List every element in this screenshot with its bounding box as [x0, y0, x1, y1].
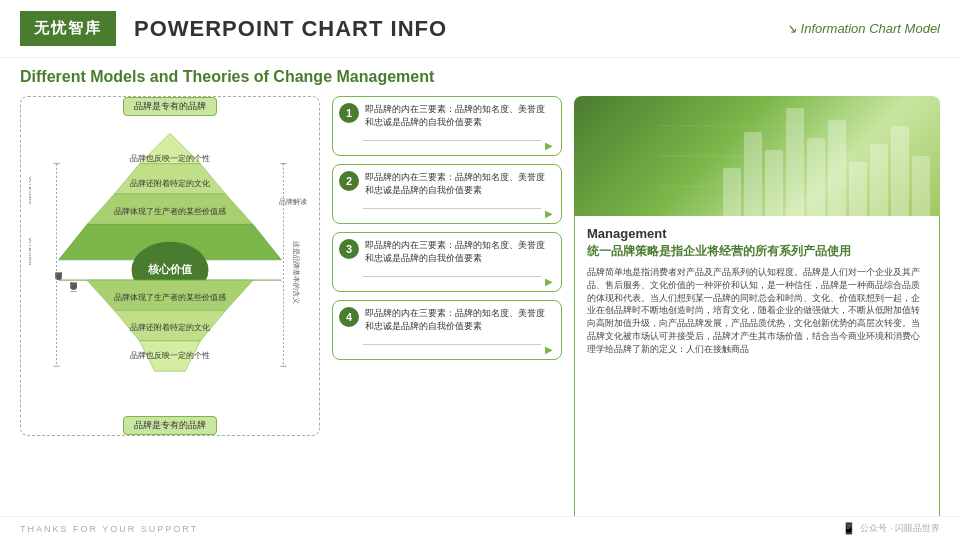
svg-text:品牌还附着特定的文化: 品牌还附着特定的文化 — [130, 323, 210, 332]
footer-right-text: 公众号 · 闪眼品世界 — [860, 522, 940, 535]
right-title-en: Management — [587, 226, 927, 241]
card-arrow-1: ▶ — [545, 140, 553, 151]
card-text-2: 即品牌的内在三要素：品牌的知名度、美誉度和忠诚是品牌的自我价值要素 — [365, 171, 553, 196]
right-body-text: 品牌简单地是指消费者对产品及产品系列的认知程度。品牌是人们对一个企业及其产品、售… — [587, 266, 927, 355]
left-chart: 品牌是专有的品牌 品牌解读 品牌解读 — [20, 96, 320, 476]
card-number-1: 1 — [339, 103, 359, 123]
svg-text:品牌也反映一定的个性: 品牌也反映一定的个性 — [130, 154, 210, 163]
right-section: Management 统一品牌策略是指企业将经营的所有系列产品使用 品牌简单地是… — [574, 96, 940, 536]
card-text-3: 即品牌的内在三要素：品牌的知名度、美誉度和忠诚是品牌的自我价值要素 — [365, 239, 553, 264]
info-card-3: 3 即品牌的内在三要素：品牌的知名度、美誉度和忠诚是品牌的自我价值要素 ▶ — [332, 232, 562, 292]
svg-text:品牌也代表一定的文化: 品牌也代表一定的文化 — [70, 282, 78, 292]
card-line-4 — [363, 344, 541, 345]
card-text-1: 即品牌的内在三要素：品牌的知名度、美誉度和忠诚是品牌的自我价值要素 — [365, 103, 553, 128]
main-content: Different Models and Theories of Change … — [0, 58, 960, 540]
svg-text:核心价值: 核心价值 — [147, 263, 193, 275]
svg-text:这是品牌基本的含义: 这是品牌基本的含义 — [56, 271, 63, 280]
svg-text:品牌也反映一定的个性: 品牌也反映一定的个性 — [130, 351, 210, 360]
section-title: Different Models and Theories of Change … — [20, 68, 940, 86]
footer-right: 📱 公众号 · 闪眼品世界 — [842, 522, 940, 535]
right-image-box — [574, 96, 940, 216]
bottom-label: 品牌是专有的品牌 — [123, 416, 217, 435]
header: 无忧智库 POWERPOINT CHART INFO Information C… — [0, 0, 960, 58]
svg-text:品牌体现了生产者的某些价值感: 品牌体现了生产者的某些价值感 — [114, 293, 226, 302]
right-content-box: Management 统一品牌策略是指企业将经营的所有系列产品使用 品牌简单地是… — [574, 216, 940, 536]
svg-text:品牌解读: 品牌解读 — [29, 176, 32, 204]
card-text-4: 即品牌的内在三要素：品牌的知名度、美誉度和忠诚是品牌的自我价值要素 — [365, 307, 553, 332]
top-label: 品牌是专有的品牌 — [123, 97, 217, 116]
right-title-cn: 统一品牌策略是指企业将经营的所有系列产品使用 — [587, 243, 927, 260]
svg-text:品牌还附着特定的文化: 品牌还附着特定的文化 — [130, 179, 210, 188]
svg-text:品牌体现了生产者的某些价值感: 品牌体现了生产者的某些价值感 — [114, 207, 226, 216]
card-number-2: 2 — [339, 171, 359, 191]
content-area: 品牌是专有的品牌 品牌解读 品牌解读 — [20, 96, 940, 536]
footer: THANKS FOR YOUR SUPPORT 📱 公众号 · 闪眼品世界 — [0, 516, 960, 540]
card-line-1 — [363, 140, 541, 141]
card-arrow-4: ▶ — [545, 344, 553, 355]
card-arrow-3: ▶ — [545, 276, 553, 287]
card-arrow-2: ▶ — [545, 208, 553, 219]
wechat-icon: 📱 — [842, 522, 856, 535]
card-number-4: 4 — [339, 307, 359, 327]
dashed-border: 品牌是专有的品牌 品牌解读 品牌解读 — [20, 96, 320, 436]
svg-text:品牌解读: 品牌解读 — [29, 237, 32, 265]
footer-left: THANKS FOR YOUR SUPPORT — [20, 524, 198, 534]
card-line-2 — [363, 208, 541, 209]
header-model: Information Chart Model — [786, 21, 940, 36]
middle-section: 1 即品牌的内在三要素：品牌的知名度、美誉度和忠诚是品牌的自我价值要素 ▶ 2 … — [332, 96, 562, 536]
card-number-3: 3 — [339, 239, 359, 259]
pyramid-svg: 品牌解读 品牌解读 核心价值 — [29, 113, 311, 427]
info-card-4: 4 即品牌的内在三要素：品牌的知名度、美誉度和忠诚是品牌的自我价值要素 ▶ — [332, 300, 562, 360]
svg-text:这是品牌基本的含义: 这是品牌基本的含义 — [292, 241, 300, 304]
info-card-2: 2 即品牌的内在三要素：品牌的知名度、美誉度和忠诚是品牌的自我价值要素 ▶ — [332, 164, 562, 224]
info-card-1: 1 即品牌的内在三要素：品牌的知名度、美誉度和忠诚是品牌的自我价值要素 ▶ — [332, 96, 562, 156]
card-line-3 — [363, 276, 541, 277]
header-title: POWERPOINT CHART INFO — [134, 16, 786, 42]
logo: 无忧智库 — [20, 11, 116, 46]
